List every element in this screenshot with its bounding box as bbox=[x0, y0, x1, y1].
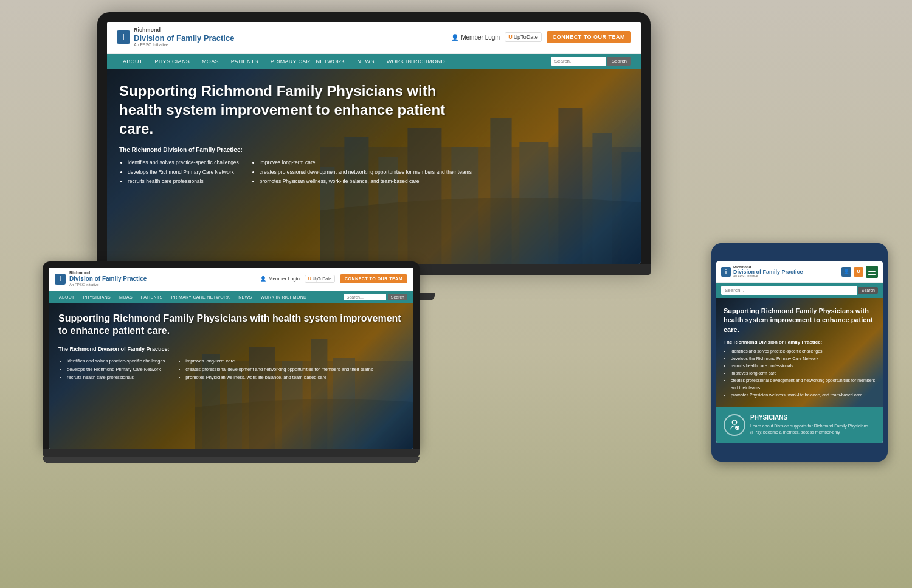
laptop-site-header: i Richmond Division of Family Practice A… bbox=[49, 268, 413, 291]
tablet-hero-content: Supporting Richmond Family Physicians wi… bbox=[724, 306, 876, 398]
laptop-nav-moas[interactable]: MOAS bbox=[115, 291, 137, 303]
nav-moas[interactable]: MOAS bbox=[196, 54, 225, 69]
hero-section: Supporting Richmond Family Physicians wi… bbox=[107, 69, 641, 264]
nav-physicians[interactable]: PHYSICIANS bbox=[149, 54, 196, 69]
laptop-uptodate[interactable]: U UpToDate bbox=[305, 275, 335, 283]
laptop-hero-content: Supporting Richmond Family Physicians wi… bbox=[49, 303, 413, 392]
member-login-link[interactable]: 👤 Member Login bbox=[451, 34, 500, 41]
list-item: develops the Richmond Primary Care Netwo… bbox=[67, 365, 165, 374]
tablet-search-input[interactable] bbox=[721, 286, 857, 295]
list-item: improves long-term care bbox=[260, 158, 472, 167]
laptop-frame: i Richmond Division of Family Practice A… bbox=[43, 261, 420, 449]
tablet-logo-icon: i bbox=[721, 267, 731, 277]
tablet-physicians-card[interactable]: PHYSICIANS Learn about Division supports… bbox=[716, 407, 883, 443]
list-item: promotes Physician wellness, work-life b… bbox=[731, 392, 876, 399]
laptop-nav-patients[interactable]: PATIENTS bbox=[137, 291, 167, 303]
hero-subtitle: The Richmond Division of Family Practice… bbox=[119, 147, 629, 153]
hamburger-line-3 bbox=[868, 274, 876, 275]
tablet-physicians-text: PHYSICIANS Learn about Division supports… bbox=[750, 414, 876, 435]
laptop-nav-work[interactable]: WORK IN RICHMOND bbox=[256, 291, 311, 303]
list-item: identifies and solves practice-specific … bbox=[128, 158, 239, 167]
tablet-screen: i Richmond Division of Family Practice A… bbox=[716, 261, 883, 443]
laptop-nav-search[interactable]: Search bbox=[344, 294, 407, 300]
search-input[interactable] bbox=[551, 57, 606, 66]
laptop-bottom bbox=[43, 457, 420, 463]
hero-content: Supporting Richmond Family Physicians wi… bbox=[107, 69, 641, 196]
laptop-header-right: 👤 Member Login U UpToDate CONNECT TO OUR… bbox=[260, 274, 407, 283]
uptodate-u: U bbox=[508, 34, 513, 40]
laptop-hero-title: Supporting Richmond Family Physicians wi… bbox=[58, 313, 404, 338]
list-item: creates professional development and net… bbox=[260, 168, 472, 177]
laptop-nav-links: ABOUT PHYSICIANS MOAS PATIENTS PRIMARY C… bbox=[55, 291, 311, 303]
tablet-icons: 👤 U bbox=[841, 267, 863, 277]
person-icon: 👤 bbox=[451, 34, 458, 41]
list-item: improves long-term care bbox=[731, 370, 876, 377]
tablet-logo: i Richmond Division of Family Practice A… bbox=[721, 265, 803, 278]
tablet-logo-text: Richmond Division of Family Practice An … bbox=[733, 265, 803, 278]
tablet-hero: Supporting Richmond Family Physicians wi… bbox=[716, 298, 883, 407]
hamburger-line-2 bbox=[868, 271, 876, 272]
laptop-nav-physicians[interactable]: PHYSICIANS bbox=[79, 291, 115, 303]
logo-icon: i bbox=[117, 30, 130, 44]
nav-work-richmond[interactable]: WORK IN RICHMOND bbox=[381, 54, 451, 69]
uptodate-badge[interactable]: U UpToDate bbox=[505, 32, 542, 42]
hero-list-right: improves long-term care creates professi… bbox=[251, 158, 472, 186]
tablet-hero-subtitle: The Richmond Division of Family Practice… bbox=[724, 339, 876, 345]
laptop-nav: ABOUT PHYSICIANS MOAS PATIENTS PRIMARY C… bbox=[49, 291, 413, 303]
search-button[interactable]: Search bbox=[607, 57, 631, 66]
laptop-nav-news[interactable]: NEWS bbox=[234, 291, 256, 303]
laptop-nav-primary-care[interactable]: PRIMARY CARE NETWORK bbox=[167, 291, 234, 303]
monitor-screen: i Richmond Division of Family Practice A… bbox=[107, 22, 641, 264]
laptop-member-login[interactable]: 👤 Member Login bbox=[260, 276, 300, 282]
header-right: 👤 Member Login U UpToDate CONNECT TO OUR… bbox=[451, 31, 631, 43]
list-item: recruits health care professionals bbox=[67, 373, 165, 382]
tablet-uptodate-icon: U bbox=[854, 267, 863, 277]
tablet-search-button[interactable]: Search bbox=[858, 287, 878, 294]
laptop-hero-list-left: identifies and solves practice-specific … bbox=[58, 357, 165, 382]
tablet-person-icon: 👤 bbox=[841, 267, 851, 277]
logo-brand-top: Richmond bbox=[134, 27, 234, 33]
list-item: improves long-term care bbox=[185, 357, 373, 365]
laptop-hero: Supporting Richmond Family Physicians wi… bbox=[49, 303, 413, 449]
nav-about[interactable]: ABOUT bbox=[117, 54, 149, 69]
nav-search[interactable]: Search bbox=[551, 57, 631, 66]
tablet-search-bar: Search bbox=[716, 283, 883, 298]
list-item: creates professional development and net… bbox=[731, 377, 876, 392]
laptop-nav-about[interactable]: ABOUT bbox=[55, 291, 79, 303]
laptop-logo-text: Richmond Division of Family Practice An … bbox=[69, 271, 147, 288]
laptop-base bbox=[43, 449, 420, 457]
nav-links: ABOUT PHYSICIANS MOAS PATIENTS PRIMARY C… bbox=[117, 54, 451, 69]
monitor-frame: i Richmond Division of Family Practice A… bbox=[97, 12, 651, 264]
laptop-hero-subtitle: The Richmond Division of Family Practice… bbox=[58, 346, 404, 352]
laptop-search-input[interactable] bbox=[344, 294, 386, 300]
laptop-site-logo: i Richmond Division of Family Practice A… bbox=[55, 271, 147, 288]
nav-patients[interactable]: PATIENTS bbox=[225, 54, 264, 69]
tablet-physicians-description: Learn about Division supports for Richmo… bbox=[750, 423, 876, 435]
list-item: identifies and solves practice-specific … bbox=[67, 357, 165, 365]
list-item: identifies and solves practice-specific … bbox=[731, 348, 876, 355]
hero-title: Supporting Richmond Family Physicians wi… bbox=[119, 81, 472, 139]
list-item: promotes Physician wellness, work-life b… bbox=[260, 177, 472, 186]
tablet-menu-button[interactable] bbox=[866, 266, 878, 278]
list-item: recruits health care professionals bbox=[128, 177, 239, 186]
laptop-hero-lists: identifies and solves practice-specific … bbox=[58, 357, 404, 382]
laptop-connect-button[interactable]: CONNECT TO OUR TEAM bbox=[340, 274, 407, 283]
laptop-hero-list-right: improves long-term care creates professi… bbox=[177, 357, 373, 382]
laptop-screen: i Richmond Division of Family Practice A… bbox=[49, 268, 413, 449]
site-header: i Richmond Division of Family Practice A… bbox=[107, 22, 641, 54]
main-nav: ABOUT PHYSICIANS MOAS PATIENTS PRIMARY C… bbox=[107, 54, 641, 69]
desktop-monitor: i Richmond Division of Family Practice A… bbox=[97, 12, 651, 300]
tablet-physicians-heading: PHYSICIANS bbox=[750, 414, 876, 421]
tablet-hero-list: identifies and solves practice-specific … bbox=[724, 348, 876, 398]
nav-primary-care[interactable]: PRIMARY CARE NETWORK bbox=[264, 54, 351, 69]
connect-button[interactable]: CONNECT TO OUR TEAM bbox=[547, 31, 631, 43]
logo-brand-sub: An FPSC Initiative bbox=[134, 43, 234, 47]
list-item: creates professional development and net… bbox=[185, 365, 373, 374]
hero-list-left: identifies and solves practice-specific … bbox=[119, 158, 239, 186]
tablet-hero-title: Supporting Richmond Family Physicians wi… bbox=[724, 306, 876, 334]
svg-point-19 bbox=[732, 420, 736, 424]
tablet-device: i Richmond Division of Family Practice A… bbox=[711, 243, 888, 462]
laptop-search-button[interactable]: Search bbox=[388, 294, 407, 300]
logo-brand-main: Division of Family Practice bbox=[134, 33, 234, 43]
nav-news[interactable]: NEWS bbox=[351, 54, 381, 69]
